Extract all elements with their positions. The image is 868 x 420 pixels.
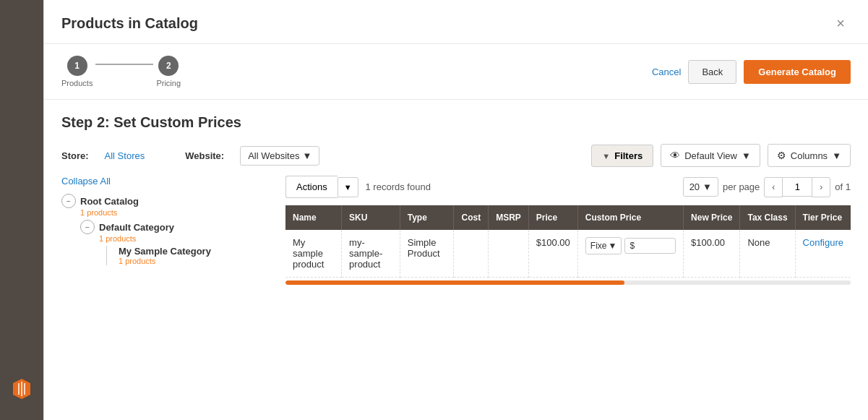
tree-node-sample-header: My Sample Category — [119, 246, 274, 257]
actions-main-button[interactable]: Actions — [285, 176, 338, 198]
cell-msrp — [489, 230, 529, 278]
magento-icon — [10, 377, 33, 406]
table-header-row: Name SKU Type Cost MSRP Price Custom Pri… — [285, 205, 851, 230]
col-price: Price — [528, 205, 577, 230]
tree-node-sample: My Sample Category 1 products — [119, 246, 274, 265]
price-input[interactable] — [635, 241, 671, 251]
columns-label: Columns — [791, 150, 828, 161]
cell-name: My sample product — [285, 230, 342, 278]
tree-node-default-header[interactable]: − Default Category — [80, 220, 274, 234]
price-type-select[interactable]: Fixe ▼ — [585, 237, 622, 254]
price-type-dropdown: ▼ — [609, 241, 617, 251]
wizard-step-1: 1 Products — [61, 56, 93, 87]
col-tier-price: Tier Price — [795, 205, 851, 230]
table-scroll-indicator — [285, 280, 624, 285]
currency-symbol: $ — [629, 241, 635, 251]
columns-dropdown-icon: ▼ — [832, 150, 841, 161]
website-dropdown-icon: ▼ — [302, 150, 311, 161]
prev-page-button[interactable]: ‹ — [764, 177, 783, 197]
per-page-select[interactable]: 20 ▼ — [683, 177, 718, 197]
cell-custom-price: Fixe ▼ $ — [577, 230, 683, 278]
tree-panel: Collapse All − Root Catalog 1 products — [61, 176, 285, 285]
col-new-price: New Price — [684, 205, 740, 230]
modal: Products in Catalog × 1 Products 2 — [43, 0, 868, 420]
website-select[interactable]: All Websites ▼ — [240, 146, 319, 166]
col-tax-class: Tax Class — [740, 205, 795, 230]
tree-children-default: My Sample Category 1 products — [99, 246, 274, 265]
view-dropdown-icon: ▼ — [742, 150, 751, 161]
wizard-step-2: 2 Pricing — [156, 56, 181, 87]
generate-catalog-button[interactable]: Generate Catalog — [744, 60, 851, 84]
per-page-dropdown-icon: ▼ — [702, 181, 712, 192]
product-name: My sample product — [293, 237, 324, 270]
eye-icon — [670, 150, 680, 161]
step-title: Step 2: Set Custom Prices — [61, 114, 851, 131]
price-input-wrapper: $ — [624, 238, 676, 254]
filter-actions-right: Filters Default View ▼ Columns ▼ — [591, 144, 851, 167]
actions-button-group: Actions ▼ — [285, 176, 358, 198]
step-2-label: Pricing — [156, 79, 181, 87]
tree-label-root: Root Catalog — [80, 196, 139, 207]
back-button[interactable]: Back — [688, 60, 736, 84]
cell-cost — [454, 230, 489, 278]
table-scroll-bar[interactable] — [285, 280, 851, 285]
cell-price: $100.00 — [528, 230, 577, 278]
cell-type: Simple Product — [400, 230, 454, 278]
step-1-label: Products — [61, 79, 93, 87]
tree-toggle-default[interactable]: − — [80, 220, 95, 234]
collapse-all-link[interactable]: Collapse All — [61, 176, 111, 187]
pagination: 20 ▼ per page ‹ › of 1 — [683, 177, 851, 197]
cell-tax-class: None — [740, 230, 795, 278]
col-name: Name — [285, 205, 342, 230]
per-page-value: 20 — [689, 181, 700, 192]
sidebar — [0, 0, 43, 420]
tree-toggle-root[interactable]: − — [61, 194, 76, 208]
filter-label: Filters — [614, 150, 643, 161]
new-price-value: $100.00 — [691, 237, 725, 248]
page-input[interactable] — [783, 177, 812, 197]
tree-count-default: 1 products — [99, 234, 274, 243]
tree-node-root-header[interactable]: − Root Catalog — [61, 194, 274, 208]
filter-row: Store: All Stores Website: All Websites … — [61, 144, 851, 167]
website-value: All Websites — [248, 150, 299, 161]
actions-dropdown-button[interactable]: ▼ — [338, 177, 358, 197]
wizard-steps: 1 Products 2 Pricing — [61, 56, 181, 87]
cell-sku: my-sample-product — [342, 230, 400, 278]
filters-button[interactable]: Filters — [591, 145, 653, 167]
pagination-nav: ‹ › — [764, 177, 830, 197]
tree-count-sample: 1 products — [119, 257, 274, 265]
filter-icon — [602, 150, 610, 161]
content-area: Collapse All − Root Catalog 1 products — [61, 176, 851, 285]
tree-node-default: − Default Category 1 products — [80, 220, 274, 265]
close-button[interactable]: × — [830, 13, 851, 33]
product-type: Simple Product — [408, 237, 440, 259]
next-page-button[interactable]: › — [812, 177, 830, 197]
columns-select[interactable]: Columns ▼ — [768, 144, 851, 167]
tree-node-root: − Root Catalog 1 products − Default Cate… — [61, 194, 274, 265]
tree-count-root: 1 products — [80, 208, 274, 217]
configure-link[interactable]: Configure — [803, 237, 843, 248]
default-view-select[interactable]: Default View ▼ — [661, 144, 760, 167]
price-type-value: Fixe — [590, 241, 607, 251]
tree-label-default: Default Category — [99, 222, 174, 233]
col-custom-price: Custom Price — [577, 205, 683, 230]
per-page-label: per page — [723, 181, 760, 192]
tree-label-sample: My Sample Category — [119, 246, 211, 257]
cell-new-price: $100.00 — [684, 230, 740, 278]
product-price: $100.00 — [536, 237, 570, 248]
cell-tier-price: Configure — [795, 230, 851, 278]
cancel-button[interactable]: Cancel — [652, 67, 681, 77]
col-cost: Cost — [454, 205, 489, 230]
col-msrp: MSRP — [489, 205, 529, 230]
col-sku: SKU — [342, 205, 400, 230]
website-label: Website: — [185, 150, 224, 161]
custom-price-cell: Fixe ▼ $ — [585, 237, 676, 254]
product-sku: my-sample-product — [349, 237, 382, 270]
step-1-circle: 1 — [67, 56, 87, 76]
table-toolbar: Actions ▼ 1 records found 20 ▼ per page — [285, 176, 851, 198]
table-row: My sample product my-sample-product Simp… — [285, 230, 851, 278]
tree-line: My Sample Category 1 products — [106, 246, 274, 265]
data-table: Name SKU Type Cost MSRP Price Custom Pri… — [285, 205, 851, 278]
step-connector — [95, 64, 153, 65]
store-value[interactable]: All Stores — [105, 150, 145, 161]
